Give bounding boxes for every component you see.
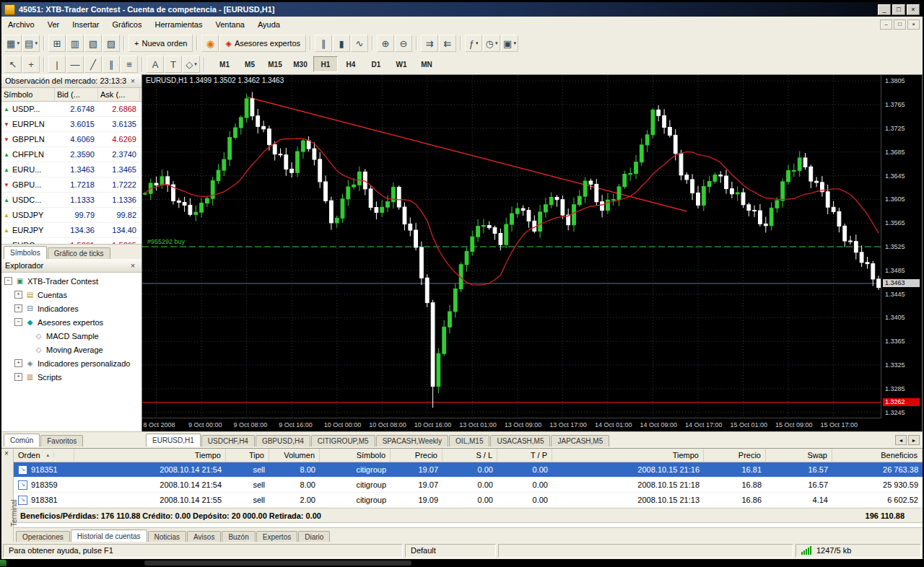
terminal-column-orden-0[interactable]: Orden▴ (14, 449, 74, 462)
menu-gr-ficos[interactable]: Gráficos (106, 17, 149, 32)
text-annotation-icon[interactable]: T (165, 56, 182, 73)
crosshair-icon[interactable]: + (22, 56, 40, 73)
expand-icon[interactable]: + (14, 291, 22, 299)
chart-tab-spacash-weekly[interactable]: SPACASH,Weekly (376, 435, 448, 447)
tree-item-xtb-trader-contest[interactable]: −▣XTB-Trader Contest (1, 274, 141, 288)
chart-plot-area[interactable]: #955292 buy EURUSD,H1 1.3499 1.3502 1.34… (142, 75, 881, 418)
chart-tab-citigroup-m5[interactable]: CITIGROUP,M5 (311, 435, 375, 447)
maximize-button[interactable]: □ (892, 4, 905, 15)
terminal-column-t-p-7[interactable]: T / P (497, 449, 552, 462)
terminal-column-precio-5[interactable]: Precio (391, 449, 443, 462)
new-order-button[interactable]: +Nueva orden (128, 35, 193, 52)
line-chart-mode-icon[interactable]: ∿ (351, 35, 368, 52)
chart-tab-gbpusd-h4[interactable]: GBPUSD,H4 (256, 435, 310, 447)
market-watch-column-bid[interactable]: Bid (... (55, 88, 98, 101)
timeframe-m1[interactable]: M1 (212, 56, 237, 72)
expand-icon[interactable]: + (14, 373, 22, 381)
cursor-icon[interactable]: ↖ (4, 56, 22, 73)
market-watch-column-s-mbolo[interactable]: Símbolo (1, 88, 55, 101)
history-row-918359[interactable]: ↘9183592008.10.14 21:54sell8.00citigroup… (14, 478, 923, 493)
market-watch-row-chfpln[interactable]: ▲CHFPLN2.35902.3740 (1, 147, 141, 162)
auto-scroll-icon[interactable]: ⇉ (421, 35, 438, 52)
chart-tab-usacash-m5[interactable]: USACASH,M5 (490, 435, 550, 447)
chart-window[interactable]: #955292 buy EURUSD,H1 1.3499 1.3502 1.34… (141, 74, 923, 433)
market-watch-row-gbppln[interactable]: ▼GBPPLN4.60694.6269 (1, 132, 141, 147)
fibonacci-retracement-icon[interactable]: ≡ (121, 56, 138, 73)
menu-herramientas[interactable]: Herramientas (148, 17, 209, 32)
market-watch-row-eurc[interactable]: ▼EURC...1.52611.5265 (1, 238, 141, 244)
tree-item-asesores-expertos[interactable]: −◆Asesores expertos (1, 315, 141, 329)
minimize-button[interactable]: _ (878, 4, 891, 15)
market-watch-row-eurjpy[interactable]: ▲EURJPY134.36134.40 (1, 223, 141, 238)
close-button[interactable]: × (907, 4, 920, 15)
terminal-column-s-mbolo-4[interactable]: Símbolo (320, 449, 391, 462)
tree-item-moving-average[interactable]: ◇Moving Average (1, 343, 141, 356)
market-watch-row-eurpln[interactable]: ▼EURPLN3.60153.6135 (1, 117, 141, 132)
tab-com-n[interactable]: Común (4, 434, 40, 447)
timeframe-m5[interactable]: M5 (237, 56, 262, 72)
timeframe-h4[interactable]: H4 (339, 56, 363, 72)
tab-gr-fico-de-ticks[interactable]: Gráfico de ticks (48, 247, 110, 259)
menu-ayuda[interactable]: Ayuda (251, 17, 287, 32)
scroll-left-icon[interactable]: ◄ (895, 435, 907, 445)
timeframe-m15[interactable]: M15 (263, 56, 287, 72)
market-watch-toggle-icon[interactable]: ⊞ (48, 35, 66, 52)
equidistant-channel-icon[interactable]: ∥ (103, 56, 120, 73)
market-watch-row-gbpu[interactable]: ▼GBPU...1.72181.7222 (1, 177, 141, 193)
terminal-tab-diario[interactable]: Diario (298, 531, 330, 542)
terminal-toggle-icon[interactable]: ▨ (103, 35, 120, 52)
mdi-restore-button[interactable]: □ (894, 19, 906, 30)
mdi-close-button[interactable]: × (907, 19, 920, 30)
collapse-icon[interactable]: − (14, 318, 22, 326)
bar-chart-mode-icon[interactable]: ∥ (315, 35, 332, 52)
expand-icon[interactable]: + (14, 359, 22, 367)
timeframe-mn[interactable]: MN (414, 56, 439, 72)
tab-favoritos[interactable]: Favoritos (40, 435, 83, 447)
terminal-tab-expertos[interactable]: Expertos (256, 531, 297, 542)
tree-item-cuentas[interactable]: +▤Cuentas (1, 288, 141, 302)
terminal-column-tiempo-8[interactable]: Tiempo (552, 449, 704, 462)
terminal-column-tiempo-1[interactable]: Tiempo (74, 449, 226, 462)
expert-advisors-run-icon[interactable]: ◉ (201, 35, 219, 52)
expand-icon[interactable]: + (14, 304, 22, 312)
tree-item-indicadores[interactable]: +⊟Indicadores (1, 302, 141, 315)
indicators-icon[interactable]: ƒ▾ (465, 35, 482, 52)
terminal-column-tipo-2[interactable]: Tipo (226, 449, 269, 462)
terminal-tab-noticias[interactable]: Noticias (148, 531, 187, 542)
timeframe-d1[interactable]: D1 (364, 56, 388, 72)
templates-icon[interactable]: ▣▾ (501, 35, 518, 52)
tab-s-mbolos[interactable]: Símbolos (4, 246, 47, 259)
market-watch-close-icon[interactable]: × (128, 76, 138, 85)
menu-archivo[interactable]: Archivo (1, 17, 41, 32)
zoom-in-icon[interactable]: ⊕ (377, 35, 394, 52)
menu-ver[interactable]: Ver (41, 17, 66, 32)
terminal-tab-avisos[interactable]: Avisos (187, 531, 221, 542)
market-watch-row-usdp[interactable]: ▲USDP...2.67482.6868 (1, 102, 141, 117)
tree-item-scripts[interactable]: +▥Scripts (1, 370, 141, 384)
terminal-tab-operaciones[interactable]: Operaciones (16, 531, 70, 542)
price-scale[interactable]: 1.38051.37651.37251.36851.36451.36051.35… (881, 75, 922, 418)
history-row-918381[interactable]: ↘9183812008.10.14 21:55sell2.00citigroup… (14, 493, 923, 508)
collapse-icon[interactable]: − (4, 277, 12, 285)
market-watch-column-ask[interactable]: Ask (... (98, 88, 140, 101)
trendline-icon[interactable]: ╱ (84, 56, 102, 73)
data-window-toggle-icon[interactable]: ▥ (66, 35, 84, 52)
chart-tab-oil-m15[interactable]: OIL,M15 (449, 435, 489, 447)
chart-tab-japcash-m5[interactable]: JAPCASH,M5 (551, 435, 609, 447)
text-label-icon[interactable]: A (147, 56, 164, 73)
expert-advisors-button[interactable]: ◈Asesores expertos (219, 35, 306, 52)
market-watch-row-usdc[interactable]: ▲USDC...1.13331.1336 (1, 193, 141, 208)
chart-tab-usdchf-h4[interactable]: USDCHF,H4 (201, 435, 255, 447)
timeframe-m30[interactable]: M30 (288, 56, 313, 72)
timeframe-w1[interactable]: W1 (389, 56, 414, 72)
scroll-right-icon[interactable]: ► (908, 435, 920, 445)
horizontal-line-icon[interactable]: — (66, 56, 84, 73)
chart-shift-icon[interactable]: ⇇ (439, 35, 456, 52)
arrows-icon[interactable]: ◇▾ (183, 56, 200, 73)
vertical-line-icon[interactable]: | (48, 56, 66, 73)
candlestick-mode-icon[interactable]: ▮ (333, 35, 350, 52)
new-chart-icon[interactable]: ▦▾ (4, 35, 22, 52)
terminal-column-volumen-3[interactable]: Volumen (269, 449, 320, 462)
navigator-close-icon[interactable]: × (128, 261, 138, 270)
terminal-column-precio-9[interactable]: Precio (704, 449, 766, 462)
